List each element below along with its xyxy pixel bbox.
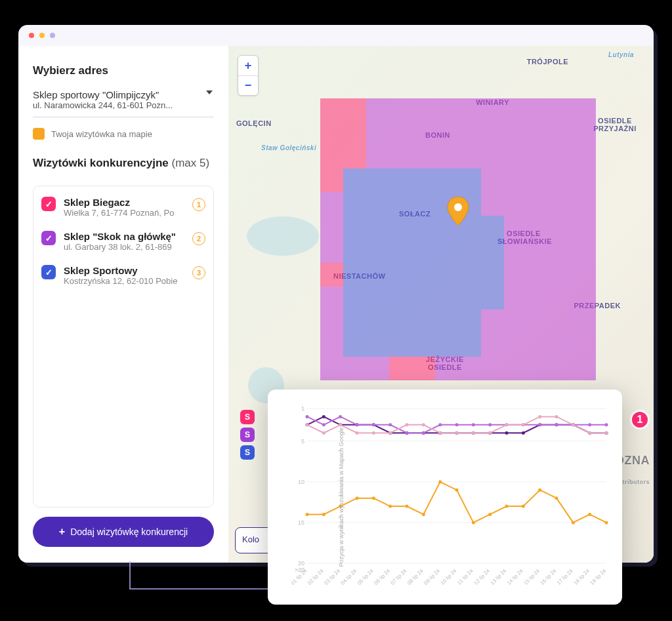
window-dot-yellow	[39, 33, 45, 38]
add-competitor-button[interactable]: + Dodaj wizytówkę konkurencji	[33, 517, 214, 547]
own-listing-swatch	[33, 128, 45, 140]
svg-point-86	[588, 513, 591, 516]
svg-point-78	[455, 489, 459, 492]
svg-text:06 lip 24: 06 lip 24	[373, 568, 391, 586]
rank-badge: 1	[192, 198, 205, 211]
svg-point-65	[555, 415, 558, 418]
rank-badge: 2	[192, 232, 205, 245]
svg-point-64	[538, 415, 541, 418]
svg-point-46	[555, 423, 558, 426]
svg-point-73	[372, 496, 375, 500]
svg-point-49	[605, 423, 608, 426]
svg-point-39	[438, 423, 442, 426]
competitors-list: ✓ Sklep Biegacz Wielka 7, 61-774 Poznań,…	[33, 186, 214, 508]
svg-point-76	[422, 513, 425, 516]
poi-marker[interactable]: S	[240, 428, 255, 442]
svg-text:10: 10	[298, 479, 304, 485]
zoom-in-button[interactable]: +	[238, 56, 258, 75]
svg-text:15: 15	[298, 519, 304, 526]
svg-point-53	[356, 431, 359, 435]
map-area-label: OSIEDLE PRZYJAŹNI	[592, 117, 638, 132]
svg-point-45	[538, 423, 541, 426]
svg-point-82	[522, 505, 525, 508]
add-button-label: Dodaj wizytówkę konkurencji	[70, 527, 188, 537]
svg-point-31	[306, 415, 309, 418]
titlebar	[18, 25, 654, 46]
competitor-name: Sklep Sportowy	[64, 265, 184, 276]
competitor-item[interactable]: ✓ Sklep "Skok na główkę" ul. Garbary 38 …	[41, 231, 205, 252]
svg-point-37	[406, 431, 409, 435]
map-area-label: TRÓJPOLE	[527, 58, 568, 66]
svg-point-68	[605, 431, 608, 435]
svg-text:07 lip 24: 07 lip 24	[390, 568, 408, 586]
selected-address-name: Sklep sportowy "Olimpijczyk"	[33, 89, 214, 100]
svg-point-67	[588, 431, 591, 435]
plus-icon: +	[59, 526, 65, 538]
svg-text:05 lip 24: 05 lip 24	[356, 568, 375, 586]
svg-text:1: 1	[301, 405, 304, 412]
checkbox-icon[interactable]: ✓	[41, 197, 56, 211]
svg-text:10 lip 24: 10 lip 24	[440, 568, 458, 586]
svg-text:16 lip 24: 16 lip 24	[539, 568, 558, 586]
svg-point-40	[455, 423, 459, 426]
svg-text:11 lip 24: 11 lip 24	[456, 568, 474, 586]
svg-point-54	[372, 431, 375, 435]
heatmap-overlay	[320, 98, 596, 380]
competitor-item[interactable]: ✓ Sklep Sportowy Kostrzyńska 12, 62-010 …	[41, 265, 205, 286]
svg-point-55	[388, 431, 392, 435]
svg-text:5: 5	[301, 438, 304, 445]
svg-point-57	[422, 423, 425, 426]
competitor-address: Wielka 7, 61-774 Poznań, Po	[64, 208, 184, 218]
svg-point-70	[322, 513, 326, 516]
svg-point-63	[522, 423, 525, 426]
svg-text:08 lip 24: 08 lip 24	[406, 568, 425, 586]
svg-point-61	[488, 431, 492, 435]
chart-y-axis-label: Pozycja w wynikach wyszukiwania w Mapach…	[338, 428, 345, 567]
svg-point-79	[472, 521, 475, 524]
zoom-out-button[interactable]: −	[238, 75, 258, 95]
svg-point-24	[505, 431, 509, 435]
rank-badge: 3	[192, 266, 205, 279]
svg-point-0	[454, 203, 462, 211]
address-select[interactable]: Sklep sportowy "Olimpijczyk" ul. Naramow…	[33, 89, 214, 117]
zoom-control: + −	[238, 55, 259, 96]
svg-text:09 lip 24: 09 lip 24	[423, 568, 441, 586]
svg-point-52	[339, 423, 342, 426]
competitor-name: Sklep Biegacz	[64, 197, 184, 208]
svg-point-83	[538, 489, 541, 492]
competitor-item[interactable]: ✓ Sklep Biegacz Wielka 7, 61-774 Poznań,…	[41, 197, 205, 218]
svg-text:18 lip 24: 18 lip 24	[572, 568, 591, 586]
svg-text:20: 20	[298, 560, 304, 567]
svg-point-41	[472, 423, 475, 426]
svg-point-72	[356, 496, 359, 500]
selected-address-line: ul. Naramowicka 244, 61-601 Pozn...	[33, 100, 214, 110]
poi-marker[interactable]: S	[240, 445, 255, 460]
svg-text:04 lip 24: 04 lip 24	[340, 568, 358, 586]
poi-marker[interactable]: S	[240, 410, 255, 424]
checkbox-icon[interactable]: ✓	[41, 231, 56, 245]
svg-point-33	[339, 415, 342, 418]
svg-point-69	[306, 513, 309, 516]
callout-line	[84, 561, 268, 601]
svg-point-25	[522, 431, 525, 435]
own-listing-legend: Twoja wizytówka na mapie	[33, 128, 214, 140]
svg-point-51	[322, 431, 326, 435]
svg-point-66	[572, 423, 575, 426]
svg-point-50	[306, 423, 309, 426]
svg-point-32	[322, 423, 326, 426]
checkbox-icon[interactable]: ✓	[41, 265, 56, 279]
window-dot-red	[29, 33, 34, 38]
svg-point-62	[505, 423, 509, 426]
svg-text:02 lip 24: 02 lip 24	[306, 568, 325, 586]
map-rank-badge[interactable]: 1	[630, 410, 650, 430]
svg-point-42	[488, 423, 492, 426]
lake-shape	[247, 216, 319, 256]
svg-point-81	[505, 505, 509, 508]
select-address-heading: Wybierz adres	[33, 64, 214, 77]
competitor-address: ul. Garbary 38 lok. 2, 61-869	[64, 242, 184, 252]
competitor-address: Kostrzyńska 12, 62-010 Pobie	[64, 276, 184, 286]
svg-text:13 lip 24: 13 lip 24	[490, 568, 508, 586]
svg-point-75	[406, 505, 409, 508]
window-dot-green	[50, 33, 55, 38]
competitor-name: Sklep "Skok na główkę"	[64, 231, 184, 242]
